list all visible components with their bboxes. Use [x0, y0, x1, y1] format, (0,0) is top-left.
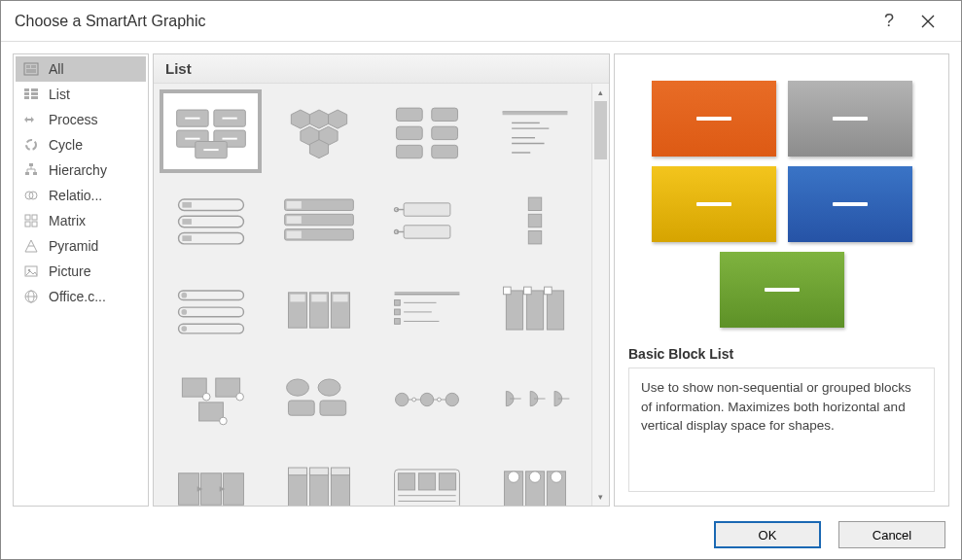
- thumb-horizontal-bullet-list[interactable]: [375, 179, 478, 262]
- svg-point-81: [181, 326, 187, 332]
- category-label: Process: [49, 112, 98, 127]
- thumb-bending-picture-list[interactable]: [267, 358, 370, 441]
- thumb-circle-process[interactable]: [375, 358, 478, 441]
- svg-rect-78: [178, 324, 243, 333]
- preview-block-2: [788, 81, 912, 157]
- svg-rect-5: [24, 92, 29, 95]
- svg-point-142: [508, 472, 518, 482]
- svg-marker-37: [309, 110, 328, 128]
- cancel-button[interactable]: Cancel: [838, 521, 945, 548]
- hierarchy-icon: [23, 162, 39, 178]
- svg-point-114: [445, 393, 458, 405]
- preview-block-1: [652, 81, 776, 157]
- thumb-half-circle-list[interactable]: [483, 358, 586, 441]
- thumb-vertical-tab-list[interactable]: [267, 447, 370, 506]
- svg-rect-92: [394, 319, 400, 325]
- thumb-lined-list[interactable]: [483, 89, 586, 173]
- svg-rect-131: [309, 468, 328, 475]
- category-item-pyramid[interactable]: Pyramid: [16, 233, 146, 259]
- category-item-list[interactable]: List: [16, 82, 146, 107]
- svg-rect-66: [286, 231, 301, 239]
- cycle-icon: [23, 137, 39, 153]
- thumb-vertical-box-list[interactable]: [267, 179, 370, 262]
- all-icon: [23, 61, 39, 77]
- svg-rect-43: [431, 108, 457, 121]
- svg-marker-36: [291, 110, 309, 128]
- thumb-chevron-list[interactable]: [160, 447, 262, 506]
- category-label: Cycle: [49, 137, 83, 153]
- category-label: Relatio...: [49, 188, 102, 203]
- svg-rect-4: [24, 88, 29, 91]
- thumb-table-list[interactable]: [375, 447, 478, 506]
- svg-rect-111: [319, 401, 345, 415]
- matrix-icon: [23, 213, 39, 228]
- thumb-tab-list[interactable]: [267, 268, 370, 352]
- thumb-alternating-hexagons[interactable]: [267, 89, 370, 173]
- svg-rect-136: [439, 473, 455, 490]
- preview-block-5: [720, 252, 844, 328]
- preview-block-3: [652, 166, 776, 242]
- thumb-picture-caption-list[interactable]: [375, 89, 478, 173]
- thumb-grouped-list[interactable]: [375, 268, 478, 352]
- svg-rect-85: [290, 295, 304, 302]
- category-label: Pyramid: [49, 238, 98, 254]
- svg-point-117: [411, 398, 415, 402]
- svg-rect-8: [31, 92, 38, 95]
- thumb-basic-block-list[interactable]: [160, 89, 262, 173]
- svg-rect-16: [25, 215, 30, 220]
- svg-rect-129: [331, 473, 349, 506]
- preview-pane: Basic Block List Use to show non-sequent…: [614, 53, 949, 507]
- thumb-picture-list[interactable]: [160, 358, 262, 441]
- list-icon: [23, 87, 39, 102]
- category-item-hierarchy[interactable]: Hierarchy: [16, 158, 146, 183]
- svg-rect-59: [182, 219, 192, 225]
- preview-description: Use to show non-sequential or grouped bl…: [628, 368, 935, 492]
- svg-rect-73: [528, 197, 541, 210]
- svg-point-143: [529, 472, 540, 482]
- svg-rect-7: [31, 88, 38, 91]
- category-item-all[interactable]: All: [16, 56, 146, 82]
- gallery-header: List: [154, 54, 609, 84]
- category-item-picture[interactable]: Picture: [16, 259, 146, 284]
- category-item-matrix[interactable]: Matrix: [16, 208, 146, 233]
- svg-rect-6: [24, 96, 29, 99]
- category-item-process[interactable]: Process: [16, 107, 146, 132]
- close-button[interactable]: [909, 1, 947, 42]
- svg-rect-64: [286, 201, 301, 209]
- svg-rect-11: [29, 163, 33, 166]
- thumb-square-accent-list[interactable]: [483, 179, 586, 262]
- category-item-officecom[interactable]: Office.c...: [16, 284, 146, 309]
- category-item-cycle[interactable]: Cycle: [16, 132, 146, 158]
- svg-rect-127: [288, 473, 306, 506]
- category-item-relationship[interactable]: Relatio...: [16, 183, 146, 208]
- svg-point-79: [181, 293, 187, 298]
- svg-point-10: [26, 140, 36, 150]
- scroll-down-icon[interactable]: ▾: [592, 488, 609, 506]
- thumb-vertical-block-list[interactable]: [483, 268, 586, 352]
- svg-rect-67: [404, 203, 450, 216]
- scroll-up-icon[interactable]: ▴: [592, 84, 609, 101]
- thumb-stacked-list[interactable]: [160, 268, 262, 352]
- thumb-vertical-bullet-list[interactable]: [160, 179, 262, 262]
- category-label: All: [49, 61, 64, 77]
- svg-rect-19: [32, 222, 37, 227]
- category-label: Picture: [49, 263, 91, 279]
- help-button[interactable]: ?: [870, 1, 909, 42]
- dialog-footer: OK Cancel: [1, 510, 961, 559]
- svg-rect-68: [404, 226, 450, 238]
- svg-point-108: [286, 379, 308, 396]
- thumb-circle-arrow-list[interactable]: [483, 447, 586, 506]
- scroll-thumb[interactable]: [594, 101, 607, 159]
- gallery-scrollbar[interactable]: ▴ ▾: [591, 84, 609, 506]
- category-label: Matrix: [49, 213, 86, 228]
- svg-rect-104: [198, 402, 223, 421]
- svg-rect-96: [506, 291, 522, 330]
- process-icon: [23, 112, 39, 127]
- svg-point-106: [235, 393, 243, 401]
- svg-rect-101: [544, 287, 552, 295]
- ok-button[interactable]: OK: [714, 521, 821, 548]
- svg-rect-12: [25, 172, 29, 175]
- close-icon: [921, 15, 935, 28]
- titlebar: Choose a SmartArt Graphic ?: [1, 1, 961, 42]
- globe-icon: [23, 289, 39, 304]
